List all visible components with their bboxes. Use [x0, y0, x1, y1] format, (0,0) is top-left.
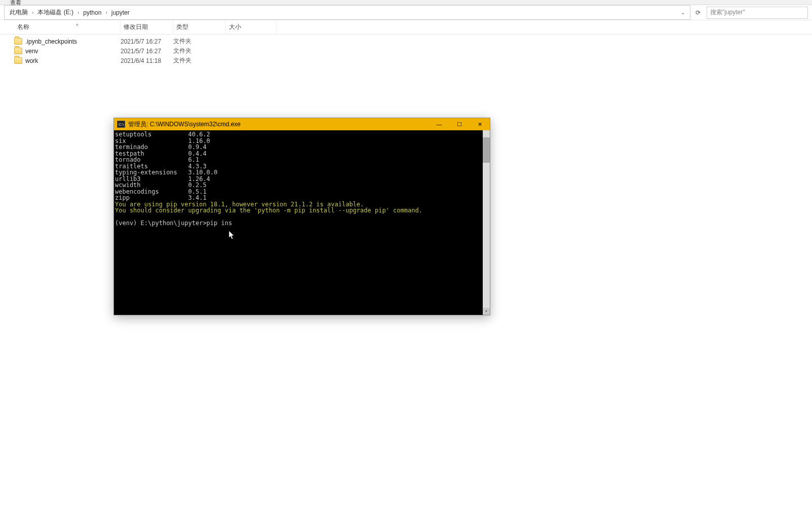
file-list: .ipynb_checkpoints 2021/5/7 16:27 文件夹 ve…: [0, 34, 812, 67]
file-name: venv: [25, 48, 38, 55]
scroll-down-icon[interactable]: ▾: [483, 308, 490, 315]
sort-ascending-icon: ^: [76, 23, 79, 29]
address-bar: 此电脑 › 本地磁盘 (E:) › python › jupyter ⌄ ⟳ 搜…: [0, 5, 812, 20]
folder-icon: [14, 38, 22, 45]
breadcrumb-folder-python[interactable]: python: [81, 8, 103, 17]
scrollbar[interactable]: ▴ ▾: [483, 130, 490, 315]
chevron-right-icon: ›: [78, 10, 79, 15]
breadcrumb-folder-jupyter[interactable]: jupyter: [109, 8, 132, 17]
file-name: .ipynb_checkpoints: [25, 38, 77, 45]
file-date: 2021/6/4 11:18: [121, 57, 173, 64]
cmd-icon: C:\: [117, 121, 125, 128]
column-header-size[interactable]: 大小: [226, 21, 277, 33]
close-icon: ✕: [478, 121, 482, 128]
maximize-icon: ☐: [457, 121, 462, 128]
column-header-name-label: 名称: [17, 23, 29, 31]
folder-icon: [14, 57, 22, 64]
column-headers: 名称 ^ 修改日期 类型 大小: [0, 20, 812, 34]
ribbon-tab-bar: 查看: [0, 0, 812, 5]
refresh-button[interactable]: ⟳: [692, 7, 704, 18]
minimize-icon: ―: [437, 121, 442, 127]
cmd-body[interactable]: setuptools 40.6.2 six 1.16.0 terminado 0…: [114, 130, 490, 315]
cmd-window: C:\ 管理员: C:\WINDOWS\system32\cmd.exe ― ☐…: [113, 118, 490, 315]
file-date: 2021/5/7 16:27: [121, 38, 173, 45]
file-date: 2021/5/7 16:27: [121, 48, 173, 55]
scrollbar-track[interactable]: [483, 137, 490, 308]
chevron-right-icon: ›: [105, 10, 107, 15]
chevron-right-icon: ›: [32, 10, 33, 15]
minimize-button[interactable]: ―: [429, 118, 449, 130]
cmd-titlebar[interactable]: C:\ 管理员: C:\WINDOWS\system32\cmd.exe ― ☐…: [114, 118, 490, 130]
breadcrumb[interactable]: 此电脑 › 本地磁盘 (E:) › python › jupyter ⌄: [4, 5, 690, 20]
file-type: 文件夹: [173, 47, 226, 55]
file-type: 文件夹: [173, 56, 226, 65]
close-button[interactable]: ✕: [470, 118, 490, 130]
scrollbar-thumb[interactable]: [483, 137, 490, 163]
file-name: work: [25, 57, 38, 64]
cmd-output: setuptools 40.6.2 six 1.16.0 terminado 0…: [115, 131, 489, 227]
search-input[interactable]: 搜索"jupyter": [707, 7, 808, 19]
column-header-date[interactable]: 修改日期: [121, 21, 173, 33]
breadcrumb-drive[interactable]: 本地磁盘 (E:): [35, 7, 75, 18]
list-item[interactable]: work 2021/6/4 11:18 文件夹: [0, 56, 812, 65]
refresh-icon: ⟳: [695, 9, 701, 16]
dropdown-icon[interactable]: ⌄: [681, 10, 685, 15]
file-type: 文件夹: [173, 37, 226, 46]
list-item[interactable]: .ipynb_checkpoints 2021/5/7 16:27 文件夹: [0, 37, 812, 46]
search-placeholder: 搜索"jupyter": [710, 8, 745, 17]
column-header-type[interactable]: 类型: [173, 21, 226, 33]
breadcrumb-root[interactable]: 此电脑: [8, 7, 30, 18]
maximize-button[interactable]: ☐: [449, 118, 470, 130]
list-item[interactable]: venv 2021/5/7 16:27 文件夹: [0, 46, 812, 56]
cmd-title-text: 管理员: C:\WINDOWS\system32\cmd.exe: [128, 120, 241, 129]
column-header-name[interactable]: 名称 ^: [14, 21, 121, 33]
folder-icon: [14, 48, 22, 54]
